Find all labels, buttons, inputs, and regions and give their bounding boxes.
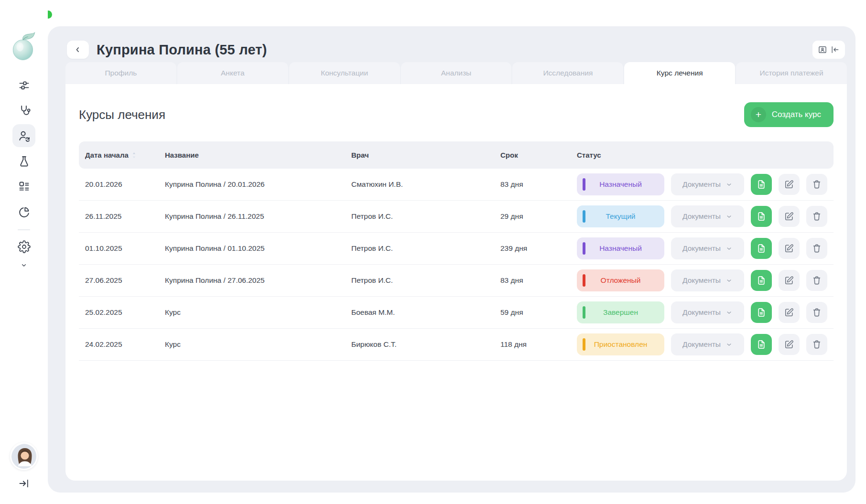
sidebar-item-equalizer[interactable] — [12, 74, 35, 97]
sidebar-expand-settings[interactable] — [20, 261, 28, 270]
course-file-button[interactable] — [751, 334, 772, 355]
create-course-label: Создать курс — [772, 110, 821, 119]
edit-course-button[interactable] — [779, 174, 800, 195]
delete-course-button[interactable] — [806, 334, 827, 355]
course-term: 83 дня — [500, 276, 577, 285]
course-file-button[interactable] — [751, 238, 772, 259]
tab-label: История платежей — [760, 69, 823, 77]
tab-bar: ПрофильАнкетаКонсультацииАнализыИсследов… — [65, 62, 847, 84]
course-name: Куприна Полина / 20.01.2026 — [165, 180, 351, 189]
documents-dropdown[interactable]: Документы — [671, 237, 744, 259]
status-badge: Назначеный — [577, 173, 664, 195]
status-label: Завершен — [577, 308, 664, 317]
course-term: 29 дня — [500, 212, 577, 221]
patient-header: Куприна Полина (55 лет) — [67, 40, 845, 60]
column-header-term: Срок — [500, 151, 577, 159]
documents-label: Документы — [682, 180, 721, 189]
section-title: Курсы лечения — [79, 107, 165, 122]
documents-dropdown[interactable]: Документы — [671, 333, 744, 355]
table-row: 24.02.2025 Курс Бирюков С.Т. 118 дня При… — [79, 329, 834, 361]
course-doctor: Петров И.С. — [351, 212, 500, 221]
main-card: Куприна Полина (55 лет) ПрофильАнкетаКон… — [48, 26, 855, 493]
column-header-doctor: Врач — [351, 151, 500, 159]
status-label: Текущий — [577, 212, 664, 221]
plus-icon: + — [751, 107, 766, 122]
documents-dropdown[interactable]: Документы — [671, 205, 744, 227]
course-date: 01.10.2025 — [85, 244, 165, 253]
user-avatar[interactable] — [10, 442, 38, 470]
course-name: Курс — [165, 340, 351, 349]
table-body: 20.01.2026 Куприна Полина / 20.01.2026 С… — [79, 169, 834, 361]
edit-icon — [784, 275, 794, 286]
sliders-icon — [18, 79, 31, 92]
sidebar-item-settings[interactable] — [12, 235, 35, 258]
edit-course-button[interactable] — [779, 302, 800, 323]
column-header-date[interactable]: Дата начала — [85, 151, 165, 159]
delete-course-button[interactable] — [806, 206, 827, 227]
sidebar-item-catalog[interactable] — [12, 175, 35, 198]
pie-chart-icon — [18, 205, 31, 218]
tab-0[interactable]: Профиль — [65, 62, 176, 84]
delete-course-button[interactable] — [806, 238, 827, 259]
chevron-left-icon — [74, 45, 82, 54]
tab-1[interactable]: Анкета — [177, 62, 288, 84]
course-doctor: Петров И.С. — [351, 244, 500, 253]
documents-dropdown[interactable]: Документы — [671, 269, 744, 291]
table-row: 01.10.2025 Куприна Полина / 01.10.2025 П… — [79, 233, 834, 265]
sort-icon — [131, 151, 137, 159]
tab-2[interactable]: Консультации — [289, 62, 400, 84]
tab-label: Курс лечения — [657, 69, 703, 77]
delete-course-button[interactable] — [806, 270, 827, 291]
file-icon — [756, 179, 767, 190]
create-course-button[interactable]: + Создать курс — [744, 102, 834, 127]
tab-5[interactable]: Курс лечения — [624, 62, 735, 84]
status-badge: Отложеный — [577, 269, 664, 291]
edit-course-button[interactable] — [779, 334, 800, 355]
course-file-button[interactable] — [751, 206, 772, 227]
documents-dropdown[interactable]: Документы — [671, 173, 744, 195]
trash-icon — [812, 243, 822, 254]
documents-dropdown[interactable]: Документы — [671, 301, 744, 323]
course-file-button[interactable] — [751, 270, 772, 291]
delete-course-button[interactable] — [806, 174, 827, 195]
file-icon — [756, 243, 767, 254]
logout-button[interactable] — [18, 478, 30, 491]
course-status-cell: Текущий Документы — [577, 205, 827, 227]
course-date: 27.06.2025 — [85, 276, 165, 285]
status-badge: Назначеный — [577, 237, 664, 259]
course-term: 239 дня — [500, 244, 577, 253]
sidebar-item-patients[interactable] — [12, 124, 35, 147]
tab-6[interactable]: История платежей — [736, 62, 847, 84]
edit-course-button[interactable] — [779, 238, 800, 259]
delete-course-button[interactable] — [806, 302, 827, 323]
sidebar-item-doctors[interactable] — [12, 99, 35, 122]
tab-4[interactable]: Исследования — [512, 62, 623, 84]
page-title: Куприна Полина (55 лет) — [97, 42, 267, 58]
status-bar — [583, 274, 585, 287]
edit-course-button[interactable] — [779, 270, 800, 291]
edit-course-button[interactable] — [779, 206, 800, 227]
course-file-button[interactable] — [751, 174, 772, 195]
sidebar-item-lab[interactable] — [12, 150, 35, 172]
sidebar-item-statistics[interactable] — [12, 200, 35, 223]
chevron-down-icon — [725, 213, 733, 220]
edit-icon — [784, 211, 794, 222]
content-panel: Курсы лечения + Создать курс Дата начала… — [65, 84, 847, 481]
tab-3[interactable]: Анализы — [401, 62, 512, 84]
course-term: 83 дня — [500, 180, 577, 189]
course-name: Куприна Полина / 01.10.2025 — [165, 244, 351, 253]
table-row: 25.02.2025 Курс Боевая М.М. 59 дня Завер… — [79, 297, 834, 329]
edit-icon — [784, 307, 794, 318]
status-label: Назначеный — [577, 180, 664, 189]
back-button[interactable] — [67, 41, 89, 59]
course-status-cell: Завершен Документы — [577, 301, 827, 323]
course-file-button[interactable] — [751, 302, 772, 323]
course-doctor: Петров И.С. — [351, 276, 500, 285]
file-icon — [756, 339, 767, 350]
file-icon — [756, 307, 767, 318]
patient-card-collapse-button[interactable] — [812, 41, 845, 59]
edit-icon — [784, 339, 794, 350]
file-icon — [756, 211, 767, 222]
logout-arrow-icon — [18, 478, 30, 489]
status-bar — [583, 242, 585, 255]
